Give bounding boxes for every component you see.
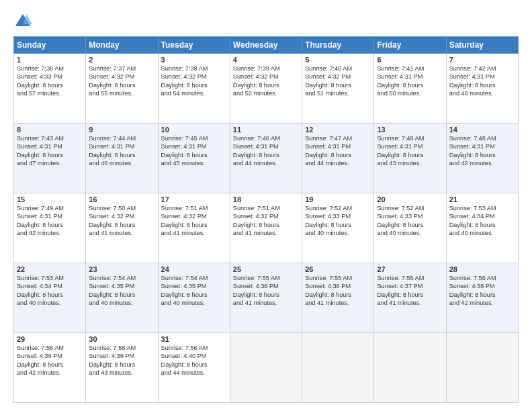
day-number: 2 <box>89 56 154 64</box>
day-number: 27 <box>377 265 443 273</box>
table-row: 1Sunrise: 7:36 AM Sunset: 4:33 PM Daylig… <box>14 54 86 124</box>
table-row: 25Sunrise: 7:55 AM Sunset: 4:36 PM Dayli… <box>230 263 302 333</box>
table-row: 20Sunrise: 7:52 AM Sunset: 4:33 PM Dayli… <box>374 193 446 263</box>
day-info: Sunrise: 7:56 AM Sunset: 4:40 PM Dayligh… <box>161 344 227 377</box>
day-number: 29 <box>17 335 83 343</box>
day-info: Sunrise: 7:40 AM Sunset: 4:32 PM Dayligh… <box>305 64 371 98</box>
table-row <box>302 333 374 403</box>
day-number: 8 <box>17 126 83 134</box>
calendar-week-row: 8Sunrise: 7:43 AM Sunset: 4:31 PM Daylig… <box>14 124 519 193</box>
logo <box>13 12 35 31</box>
day-info: Sunrise: 7:37 AM Sunset: 4:32 PM Dayligh… <box>89 64 154 98</box>
day-info: Sunrise: 7:42 AM Sunset: 4:31 PM Dayligh… <box>449 64 515 98</box>
table-row: 30Sunrise: 7:56 AM Sunset: 4:39 PM Dayli… <box>86 333 158 403</box>
col-wednesday: Wednesday <box>230 37 302 54</box>
day-number: 31 <box>161 335 227 343</box>
day-number: 30 <box>89 335 154 343</box>
calendar-table: Sunday Monday Tuesday Wednesday Thursday… <box>13 36 519 403</box>
header <box>13 12 519 31</box>
day-info: Sunrise: 7:52 AM Sunset: 4:33 PM Dayligh… <box>305 204 371 238</box>
day-info: Sunrise: 7:53 AM Sunset: 4:34 PM Dayligh… <box>17 274 83 308</box>
day-info: Sunrise: 7:51 AM Sunset: 4:32 PM Dayligh… <box>233 204 299 238</box>
day-number: 20 <box>377 195 443 203</box>
day-number: 28 <box>449 265 515 273</box>
day-number: 13 <box>377 126 443 134</box>
day-number: 1 <box>17 56 83 64</box>
day-info: Sunrise: 7:36 AM Sunset: 4:33 PM Dayligh… <box>17 64 83 98</box>
table-row: 12Sunrise: 7:47 AM Sunset: 4:31 PM Dayli… <box>302 124 374 193</box>
day-info: Sunrise: 7:46 AM Sunset: 4:31 PM Dayligh… <box>233 134 299 168</box>
day-info: Sunrise: 7:55 AM Sunset: 4:36 PM Dayligh… <box>305 274 371 308</box>
day-info: Sunrise: 7:48 AM Sunset: 4:31 PM Dayligh… <box>377 134 443 168</box>
table-row: 4Sunrise: 7:39 AM Sunset: 4:32 PM Daylig… <box>230 54 302 124</box>
day-number: 11 <box>233 126 299 134</box>
day-info: Sunrise: 7:55 AM Sunset: 4:37 PM Dayligh… <box>377 274 443 308</box>
day-info: Sunrise: 7:45 AM Sunset: 4:31 PM Dayligh… <box>161 134 227 168</box>
day-number: 18 <box>233 195 299 203</box>
day-info: Sunrise: 7:56 AM Sunset: 4:39 PM Dayligh… <box>17 344 83 377</box>
day-number: 17 <box>161 195 227 203</box>
logo-icon <box>13 12 32 31</box>
day-info: Sunrise: 7:51 AM Sunset: 4:32 PM Dayligh… <box>161 204 227 238</box>
day-number: 16 <box>89 195 154 203</box>
day-info: Sunrise: 7:52 AM Sunset: 4:33 PM Dayligh… <box>377 204 443 238</box>
day-number: 22 <box>17 265 83 273</box>
day-number: 4 <box>233 56 299 64</box>
table-row: 5Sunrise: 7:40 AM Sunset: 4:32 PM Daylig… <box>302 54 374 124</box>
day-info: Sunrise: 7:47 AM Sunset: 4:31 PM Dayligh… <box>305 134 371 168</box>
day-number: 14 <box>449 126 515 134</box>
calendar-week-row: 22Sunrise: 7:53 AM Sunset: 4:34 PM Dayli… <box>14 263 519 333</box>
day-number: 21 <box>449 195 515 203</box>
table-row: 21Sunrise: 7:53 AM Sunset: 4:34 PM Dayli… <box>446 193 518 263</box>
day-number: 15 <box>17 195 83 203</box>
table-row: 2Sunrise: 7:37 AM Sunset: 4:32 PM Daylig… <box>86 54 158 124</box>
table-row: 8Sunrise: 7:43 AM Sunset: 4:31 PM Daylig… <box>14 124 86 193</box>
table-row: 31Sunrise: 7:56 AM Sunset: 4:40 PM Dayli… <box>158 333 230 403</box>
day-number: 23 <box>89 265 154 273</box>
day-number: 6 <box>377 56 443 64</box>
day-number: 5 <box>305 56 371 64</box>
table-row: 15Sunrise: 7:49 AM Sunset: 4:31 PM Dayli… <box>14 193 86 263</box>
table-row <box>446 333 518 403</box>
day-number: 3 <box>161 56 227 64</box>
day-info: Sunrise: 7:48 AM Sunset: 4:31 PM Dayligh… <box>449 134 515 168</box>
day-number: 26 <box>305 265 371 273</box>
table-row: 19Sunrise: 7:52 AM Sunset: 4:33 PM Dayli… <box>302 193 374 263</box>
table-row: 3Sunrise: 7:38 AM Sunset: 4:32 PM Daylig… <box>158 54 230 124</box>
table-row: 7Sunrise: 7:42 AM Sunset: 4:31 PM Daylig… <box>446 54 518 124</box>
day-info: Sunrise: 7:54 AM Sunset: 4:35 PM Dayligh… <box>161 274 227 308</box>
day-info: Sunrise: 7:54 AM Sunset: 4:35 PM Dayligh… <box>89 274 154 308</box>
day-info: Sunrise: 7:41 AM Sunset: 4:31 PM Dayligh… <box>377 64 443 98</box>
day-number: 19 <box>305 195 371 203</box>
table-row: 24Sunrise: 7:54 AM Sunset: 4:35 PM Dayli… <box>158 263 230 333</box>
table-row: 18Sunrise: 7:51 AM Sunset: 4:32 PM Dayli… <box>230 193 302 263</box>
calendar-week-row: 29Sunrise: 7:56 AM Sunset: 4:39 PM Dayli… <box>14 333 519 403</box>
table-row: 23Sunrise: 7:54 AM Sunset: 4:35 PM Dayli… <box>86 263 158 333</box>
table-row: 6Sunrise: 7:41 AM Sunset: 4:31 PM Daylig… <box>374 54 446 124</box>
col-monday: Monday <box>86 37 158 54</box>
table-row: 11Sunrise: 7:46 AM Sunset: 4:31 PM Dayli… <box>230 124 302 193</box>
table-row: 10Sunrise: 7:45 AM Sunset: 4:31 PM Dayli… <box>158 124 230 193</box>
day-number: 12 <box>305 126 371 134</box>
day-info: Sunrise: 7:55 AM Sunset: 4:36 PM Dayligh… <box>233 274 299 308</box>
table-row: 16Sunrise: 7:50 AM Sunset: 4:32 PM Dayli… <box>86 193 158 263</box>
table-row: 9Sunrise: 7:44 AM Sunset: 4:31 PM Daylig… <box>86 124 158 193</box>
table-row: 29Sunrise: 7:56 AM Sunset: 4:39 PM Dayli… <box>14 333 86 403</box>
col-thursday: Thursday <box>302 37 374 54</box>
col-saturday: Saturday <box>446 37 518 54</box>
day-number: 10 <box>161 126 227 134</box>
day-info: Sunrise: 7:56 AM Sunset: 4:38 PM Dayligh… <box>449 274 515 308</box>
calendar-header-row: Sunday Monday Tuesday Wednesday Thursday… <box>14 37 519 54</box>
day-info: Sunrise: 7:53 AM Sunset: 4:34 PM Dayligh… <box>449 204 515 238</box>
calendar-week-row: 1Sunrise: 7:36 AM Sunset: 4:33 PM Daylig… <box>14 54 519 124</box>
calendar-page: Sunday Monday Tuesday Wednesday Thursday… <box>0 0 532 411</box>
table-row: 17Sunrise: 7:51 AM Sunset: 4:32 PM Dayli… <box>158 193 230 263</box>
day-number: 7 <box>449 56 515 64</box>
day-number: 25 <box>233 265 299 273</box>
day-info: Sunrise: 7:39 AM Sunset: 4:32 PM Dayligh… <box>233 64 299 98</box>
col-sunday: Sunday <box>14 37 86 54</box>
day-info: Sunrise: 7:38 AM Sunset: 4:32 PM Dayligh… <box>161 64 227 98</box>
day-number: 9 <box>89 126 154 134</box>
day-info: Sunrise: 7:44 AM Sunset: 4:31 PM Dayligh… <box>89 134 154 168</box>
table-row <box>230 333 302 403</box>
